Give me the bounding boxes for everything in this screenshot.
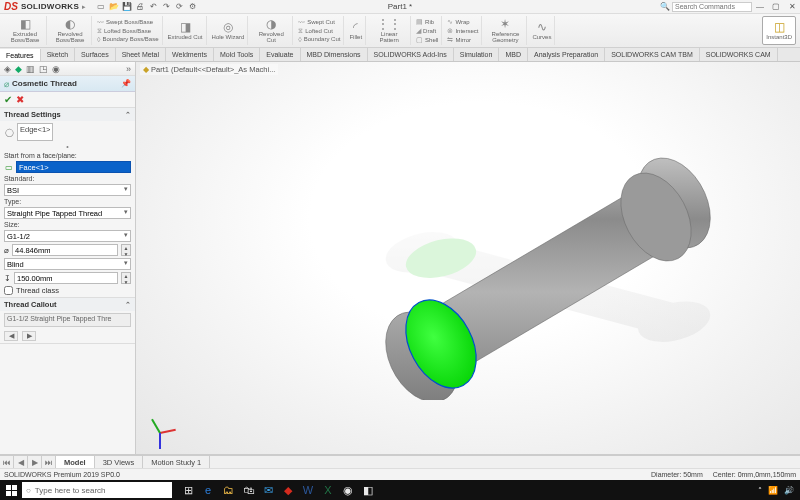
- tab-model[interactable]: Model: [56, 456, 95, 468]
- tab-nav-prev-icon[interactable]: ◀: [14, 456, 28, 468]
- cmd-fillet[interactable]: ◜Fillet: [346, 16, 366, 45]
- tab-mold-tools[interactable]: Mold Tools: [214, 48, 260, 61]
- cmd-extruded-boss[interactable]: ◧Extruded Boss/Base: [4, 16, 47, 45]
- depth-input[interactable]: [14, 272, 118, 284]
- cmd-curves[interactable]: ∿Curves: [529, 16, 555, 45]
- diameter-spinner[interactable]: ▲▼: [121, 244, 131, 256]
- open-icon[interactable]: 📂: [109, 2, 119, 12]
- size-select[interactable]: G1-1/2: [4, 230, 131, 242]
- task-solidworks-icon[interactable]: ◆: [278, 480, 298, 500]
- tab-nav-last-icon[interactable]: ⏭: [42, 456, 56, 468]
- cmd-revolved-boss[interactable]: ◐Revolved Boss/Base: [49, 16, 92, 45]
- app-logo: DS SOLIDWORKS ▸: [0, 1, 90, 12]
- tab-nav-next-icon[interactable]: ▶: [28, 456, 42, 468]
- tray-up-icon[interactable]: ˄: [758, 486, 762, 495]
- pm-ok-icon[interactable]: ✔: [4, 94, 12, 105]
- task-explorer-icon[interactable]: 🗂: [218, 480, 238, 500]
- tab-simulation[interactable]: Simulation: [454, 48, 500, 61]
- start-button[interactable]: [0, 480, 22, 500]
- cmd-wrap-intersect-mirror[interactable]: ∿Wrap ⊗Intersect ⇋Mirror: [444, 16, 482, 45]
- task-other-icon[interactable]: ◧: [358, 480, 378, 500]
- window-maximize-icon[interactable]: ▢: [768, 0, 784, 14]
- tab-mbd-dimensions[interactable]: MBD Dimensions: [301, 48, 368, 61]
- tab-weldments[interactable]: Weldments: [166, 48, 214, 61]
- task-excel-icon[interactable]: X: [318, 480, 338, 500]
- end-condition-select[interactable]: Blind: [4, 258, 131, 270]
- depth-spinner[interactable]: ▲▼: [121, 272, 131, 284]
- brand-menu-caret-icon[interactable]: ▸: [82, 3, 86, 11]
- cmd-reference-geometry[interactable]: ✶Reference Geometry: [484, 16, 527, 45]
- pm-section-thread-callout[interactable]: Thread Callout ⌃: [0, 298, 135, 311]
- cmd-linear-pattern[interactable]: ⋮⋮Linear Pattern: [368, 16, 411, 45]
- task-store-icon[interactable]: 🛍: [238, 480, 258, 500]
- tab-analysis-preparation[interactable]: Analysis Preparation: [528, 48, 605, 61]
- cmd-rib-draft-shell[interactable]: ▤Rib ◢Draft ▢Shell: [413, 16, 442, 45]
- tray-volume-icon[interactable]: 🔊: [784, 486, 794, 495]
- standard-select[interactable]: BSI: [4, 184, 131, 196]
- cmd-swept-lofted-boundary-boss[interactable]: 〰Swept Boss/Base ⧖Lofted Boss/Base ◊Boun…: [94, 16, 163, 45]
- tab-mbd[interactable]: MBD: [499, 48, 528, 61]
- tree-tab-feature-icon[interactable]: ◈: [4, 64, 11, 74]
- task-view-icon[interactable]: ⊞: [178, 480, 198, 500]
- pm-section-thread-settings[interactable]: Thread Settings ⌃: [0, 108, 135, 121]
- callout-left-icon[interactable]: ◀: [4, 331, 18, 341]
- tree-tab-property-icon[interactable]: ◆: [15, 64, 22, 74]
- redo-icon[interactable]: ↷: [161, 2, 171, 12]
- search-commands-input[interactable]: [672, 2, 752, 12]
- workspace: ◈ ◆ ▥ ◳ ◉ » ⌀ Cosmetic Thread 📌 ✔ ✖ Thre…: [0, 62, 800, 455]
- status-diameter: Diameter: 50mm: [651, 471, 703, 478]
- tab-motion-study[interactable]: Motion Study 1: [143, 456, 210, 468]
- tab-3d-views[interactable]: 3D Views: [95, 456, 144, 468]
- taskbar-search[interactable]: ○ Type here to search: [22, 482, 172, 498]
- task-chrome-icon[interactable]: ◉: [338, 480, 358, 500]
- brand-name: SOLIDWORKS: [21, 2, 79, 11]
- options-icon[interactable]: ⚙: [187, 2, 197, 12]
- save-icon[interactable]: 💾: [122, 2, 132, 12]
- cmd-revolved-cut[interactable]: ◑Revolved Cut: [250, 16, 293, 45]
- type-label: Type:: [4, 198, 131, 205]
- tab-evaluate[interactable]: Evaluate: [260, 48, 300, 61]
- graphics-viewport[interactable]: ◆ Part1 (Default<<Default>_As Machi...: [136, 62, 800, 454]
- thread-class-checkbox[interactable]: Thread class: [4, 286, 131, 295]
- tree-tab-dimxpert-icon[interactable]: ◳: [39, 64, 48, 74]
- pm-cancel-icon[interactable]: ✖: [16, 94, 24, 105]
- face-selection-value[interactable]: Face<1>: [16, 161, 131, 173]
- view-triad: [154, 408, 184, 438]
- tree-tab-config-icon[interactable]: ▥: [26, 64, 35, 74]
- print-icon[interactable]: 🖨: [135, 2, 145, 12]
- new-doc-icon[interactable]: ▭: [96, 2, 106, 12]
- tree-tab-display-icon[interactable]: ◉: [52, 64, 60, 74]
- flyout-feature-tree[interactable]: ◆ Part1 (Default<<Default>_As Machi...: [140, 64, 278, 75]
- cmd-swept-lofted-boundary-cut[interactable]: 〰Swept Cut ⧖Lofted Cut ◊Boundary Cut: [295, 16, 344, 45]
- rebuild-icon[interactable]: ⟳: [174, 2, 184, 12]
- start-from-label: Start from a face/plane:: [4, 152, 131, 159]
- tab-nav-first-icon[interactable]: ⏮: [0, 456, 14, 468]
- type-select[interactable]: Straight Pipe Tapped Thread: [4, 207, 131, 219]
- window-minimize-icon[interactable]: —: [752, 0, 768, 14]
- tab-cam-tbm[interactable]: SOLIDWORKS CAM TBM: [605, 48, 700, 61]
- undo-icon[interactable]: ↶: [148, 2, 158, 12]
- tab-surfaces[interactable]: Surfaces: [75, 48, 116, 61]
- task-mail-icon[interactable]: ✉: [258, 480, 278, 500]
- taskbar-search-icon: ○: [26, 486, 31, 495]
- search-icon: 🔍: [658, 2, 672, 11]
- task-edge-icon[interactable]: e: [198, 480, 218, 500]
- tab-features[interactable]: Features: [0, 49, 41, 62]
- tab-cam[interactable]: SOLIDWORKS CAM: [700, 48, 778, 61]
- pm-pin-icon[interactable]: 📌: [121, 79, 131, 88]
- cmd-hole-wizard[interactable]: ◎Hole Wizard: [209, 16, 249, 45]
- thread-class-checkbox-input[interactable]: [4, 286, 13, 295]
- tab-sheet-metal[interactable]: Sheet Metal: [116, 48, 166, 61]
- status-bar: SOLIDWORKS Premium 2019 SP0.0 Diameter: …: [0, 468, 800, 480]
- diameter-input[interactable]: [12, 244, 118, 256]
- cmd-extruded-cut[interactable]: ◨Extruded Cut: [165, 16, 207, 45]
- edge-selection-list[interactable]: Edge<1>: [17, 123, 53, 141]
- task-word-icon[interactable]: W: [298, 480, 318, 500]
- tray-network-icon[interactable]: 📶: [768, 486, 778, 495]
- tab-add-ins[interactable]: SOLIDWORKS Add-Ins: [368, 48, 454, 61]
- window-close-icon[interactable]: ✕: [784, 0, 800, 14]
- cmd-instant3d[interactable]: ◫Instant3D: [762, 16, 796, 45]
- tab-sketch[interactable]: Sketch: [41, 48, 75, 61]
- tree-tab-more-icon[interactable]: »: [126, 64, 131, 74]
- callout-right-icon[interactable]: ▶: [22, 331, 36, 341]
